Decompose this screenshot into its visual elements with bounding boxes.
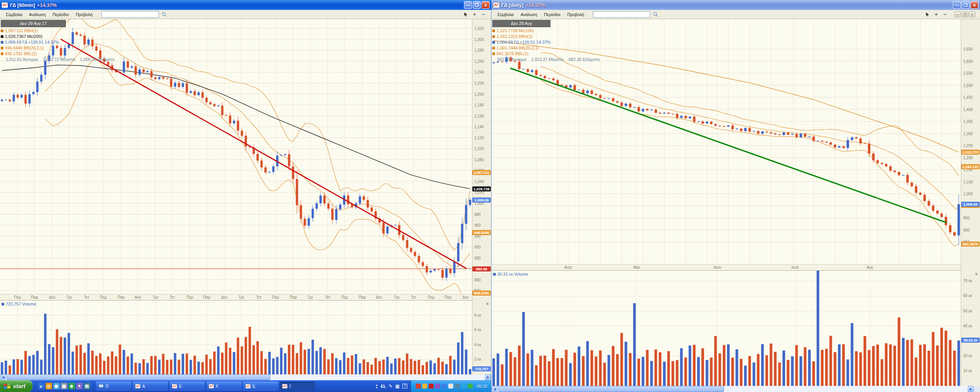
- child-close-button[interactable]: ×: [969, 11, 975, 17]
- keyboard-icon[interactable]: ▦: [395, 384, 400, 389]
- titlebar-daily[interactable]: ΓΔ [daily]+14.37% — ❐ ×: [492, 0, 980, 10]
- menu-periods[interactable]: Περίοδοι: [49, 11, 72, 18]
- zoom-in-icon[interactable]: +: [933, 11, 939, 18]
- symbol-search-input[interactable]: [101, 11, 159, 18]
- taskbar-window-button[interactable]: Α: [133, 382, 168, 391]
- horizontal-scrollbar-60min[interactable]: ◀ ▶: [0, 374, 491, 380]
- task-buttons: ΠΑΕ.F.Ε.Γ.: [94, 380, 372, 392]
- scroll-right-arrow[interactable]: ▶: [485, 374, 491, 380]
- volume-chart-daily[interactable]: [492, 271, 961, 386]
- pen-icon[interactable]: ✎: [389, 384, 393, 389]
- zoom-in-icon[interactable]: +: [471, 11, 478, 18]
- globe-icon[interactable]: ◈: [69, 383, 75, 389]
- trendline[interactable]: [61, 39, 466, 268]
- tray-icon-7[interactable]: [455, 384, 460, 389]
- search-icon[interactable]: [161, 11, 167, 17]
- minimize-button[interactable]: —: [953, 1, 961, 9]
- volume-close-icon[interactable]: ×: [486, 301, 489, 307]
- volume-close-icon[interactable]: ×: [975, 271, 978, 277]
- scroll-thumb[interactable]: [498, 386, 724, 392]
- volume-pane-daily[interactable]: 30.32 εκ Volume: [492, 270, 961, 386]
- app-icon-6[interactable]: ✦: [76, 383, 83, 389]
- language-indicator[interactable]: EL: [381, 384, 386, 389]
- scroll-left-arrow[interactable]: ◀: [492, 386, 498, 392]
- tray-icon-2[interactable]: [422, 384, 427, 389]
- resize-grip[interactable]: [974, 386, 980, 392]
- internet-explorer-icon[interactable]: e: [38, 383, 44, 389]
- scroll-thumb[interactable]: [7, 374, 270, 380]
- search-icon[interactable]: [653, 11, 658, 17]
- y-tick-label: 1,320: [474, 26, 484, 31]
- minimize-button[interactable]: —: [464, 1, 472, 9]
- taskbar-window-button[interactable]: F.: [206, 382, 242, 391]
- help-icon[interactable]: ?: [402, 384, 408, 389]
- start-button[interactable]: start: [0, 380, 33, 392]
- close-button[interactable]: ×: [482, 1, 490, 9]
- price-tag: 880.08: [472, 266, 491, 271]
- scroll-left-arrow[interactable]: ◀: [0, 374, 6, 380]
- maximize-button[interactable]: ❐: [962, 1, 970, 9]
- price-chart-pane-60min[interactable]: Δευ 29 Αυγ 17 1,057.111 BBH(1)1,026.7367…: [0, 19, 472, 294]
- volume-legend-swatch: [493, 273, 496, 276]
- window-daily: ΓΔ [daily]+14.37% — ❐ × Σύμβολα Ανάλυση …: [491, 0, 980, 392]
- menu-symbols[interactable]: Σύμβολα: [494, 11, 517, 18]
- menu-symbols[interactable]: Σύμβολα: [2, 11, 26, 18]
- menu-analysis[interactable]: Ανάλυση: [26, 11, 49, 18]
- app-icon-4[interactable]: ▣: [61, 383, 67, 389]
- volume-gridlines: [0, 315, 472, 360]
- titlebar-60min[interactable]: ΓΔ [60min]+14.37% — ❐ ×: [0, 0, 491, 10]
- up-candle-wicks: [494, 56, 959, 245]
- menu-view[interactable]: Προβολή: [72, 11, 96, 18]
- zoom-out-icon[interactable]: −: [942, 11, 948, 18]
- tray-icon-8[interactable]: [461, 384, 466, 389]
- volume-tick-label: 4 εκ: [474, 343, 481, 347]
- scroll-track[interactable]: [498, 386, 968, 392]
- tray-icon-1[interactable]: [416, 384, 421, 389]
- scroll-up-icon[interactable]: ▲: [376, 384, 378, 386]
- clock-icon[interactable]: ◷: [46, 383, 52, 389]
- legend-info-line: 1,023.37 Μέγιστο: [526, 57, 564, 62]
- maximize-button[interactable]: ❐: [473, 1, 481, 9]
- pointer-tool-icon[interactable]: [462, 11, 469, 18]
- volume-chart-60min[interactable]: [0, 301, 472, 374]
- x-axis-label: Δευ: [49, 295, 56, 299]
- taskbar-window-button[interactable]: Ε.: [243, 382, 278, 391]
- close-button[interactable]: ×: [970, 1, 978, 9]
- taskbar-window-button[interactable]: Ε.: [170, 382, 205, 391]
- taskbar-window-button[interactable]: Γ.: [280, 382, 315, 391]
- menu-view[interactable]: Προβολή: [564, 11, 588, 18]
- y-tick-label: 1,250: [963, 144, 973, 148]
- x-axis-label: Δευ: [462, 295, 469, 299]
- price-chart-pane-daily[interactable]: Δευ 29 Αυγ 1,222.7738 Με(100)1,162.1313 …: [492, 19, 961, 264]
- tray-icon-4[interactable]: [435, 384, 440, 389]
- menu-periods[interactable]: Περίοδοι: [541, 11, 564, 18]
- tray-icon-3[interactable]: [429, 384, 434, 389]
- scroll-right-arrow[interactable]: ▶: [968, 386, 974, 392]
- legend-info-line: 1,006.59 Ελάχιστο: [75, 57, 114, 62]
- symbol-search-input[interactable]: [593, 11, 650, 18]
- y-tick-label: 1,100: [474, 147, 484, 151]
- tray-icon-9[interactable]: [468, 384, 473, 389]
- tray-icon-6[interactable]: [448, 384, 453, 389]
- child-restore-button[interactable]: ❐: [962, 11, 968, 17]
- app-icon-7[interactable]: ▤: [84, 383, 90, 389]
- y-tick-label: 1,200: [963, 156, 973, 160]
- messenger-icon[interactable]: ◉: [53, 383, 60, 389]
- taskbar-clock[interactable]: 05:32: [477, 384, 487, 389]
- y-tick-label: 950: [963, 216, 970, 220]
- tray-icon-5[interactable]: [442, 384, 447, 389]
- scroll-down-icon[interactable]: ▼: [376, 386, 378, 389]
- legend-line: 946.6446 BB(20,2,1): [1, 45, 114, 51]
- x-axis-label: Τρι: [307, 295, 313, 299]
- taskbar-window-button[interactable]: Π: [96, 382, 131, 391]
- scroll-track[interactable]: [6, 374, 485, 380]
- x-axis-label: Πεμ: [186, 295, 193, 299]
- child-minimize-button[interactable]: —: [954, 11, 961, 17]
- horizontal-scrollbar-daily[interactable]: ◀ ▶: [492, 386, 980, 392]
- zoom-out-icon[interactable]: −: [480, 11, 487, 18]
- legend-swatch: [1, 47, 3, 49]
- volume-pane-60min[interactable]: 720,757 Volume: [0, 300, 472, 374]
- volume-tick-label: 8 εκ: [474, 313, 481, 317]
- menu-analysis[interactable]: Ανάλυση: [517, 11, 541, 18]
- pointer-tool-icon[interactable]: [924, 11, 931, 18]
